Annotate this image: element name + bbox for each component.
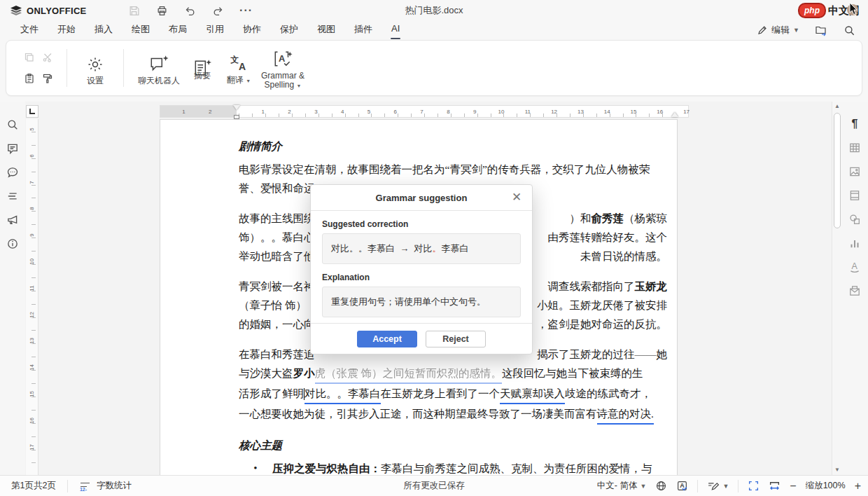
ruler-number: 10	[29, 257, 35, 267]
headings-icon[interactable]	[6, 189, 20, 203]
grammar-spelling-button[interactable]: A Grammar &Spelling ▼	[257, 46, 309, 90]
zoom-in-button[interactable]: +	[855, 480, 861, 492]
header-footer-settings-icon[interactable]	[848, 188, 862, 202]
first-line-indent-marker[interactable]	[233, 105, 240, 110]
reject-button[interactable]: Reject	[426, 331, 486, 347]
chevron-down-icon: ▼	[793, 27, 799, 34]
ruler-number: 8	[29, 204, 35, 214]
tab-开始[interactable]: 开始	[57, 21, 76, 39]
ruler-number: 16	[29, 415, 35, 425]
paragraph-settings-icon[interactable]: ¶	[848, 117, 862, 131]
spellcheck-icon[interactable]: A	[676, 480, 688, 492]
scroll-up-icon[interactable]: ▲	[832, 102, 842, 111]
zoom-level[interactable]: 缩放100%	[806, 480, 846, 492]
summarize-button[interactable]: 摘要	[184, 55, 220, 81]
chatbot-button[interactable]: 聊天机器人	[134, 51, 184, 85]
doc-line[interactable]: 一心想要收她为徒，引其步入正途，而这种期望最终导致了一场凄美而富有诗意的对决.	[239, 404, 667, 425]
fit-width-button[interactable]	[769, 480, 780, 492]
open-file-location-button[interactable]	[815, 25, 828, 36]
doc-line[interactable]: 活形成了鲜明对比。。李慕白在玉娇龙身上看到了一个天赋禀却误入歧途的练武奇才，	[239, 384, 667, 404]
tab-协作[interactable]: 协作	[242, 21, 262, 39]
tab-保护[interactable]: 保护	[279, 21, 299, 39]
chart-settings-icon[interactable]	[848, 236, 862, 250]
translate-button[interactable]: 文 A 翻译 ▼	[220, 50, 257, 85]
word-count-button[interactable]: 12- 字数统计	[68, 480, 143, 492]
copy-button[interactable]	[24, 52, 35, 63]
tab-文件[interactable]: 文件	[20, 21, 39, 39]
grammar-issue-text[interactable]: 诗意的对决.	[597, 404, 654, 425]
ruler-number: 14	[603, 109, 611, 115]
ruler-number: 2	[206, 109, 214, 115]
corrected-punctuation: 。	[432, 243, 441, 254]
tab-stop-selector[interactable]	[26, 105, 38, 118]
more-actions-button[interactable]: ···	[239, 4, 253, 18]
scrollbar-thumb[interactable]	[834, 113, 841, 228]
right-indent-marker[interactable]	[671, 112, 678, 117]
comments-icon[interactable]	[6, 142, 20, 156]
doc-text: 故事的主线围绕	[239, 209, 315, 228]
tab-AI[interactable]: AI	[391, 21, 400, 39]
accept-button[interactable]: Accept	[357, 331, 417, 347]
edit-mode-dropdown[interactable]: 编辑 ▼	[757, 24, 799, 36]
vertical-scrollbar[interactable]: ▲ ▼	[832, 102, 841, 475]
doc-text: 活形成了鲜明	[239, 384, 304, 404]
vertical-ruler[interactable]: 567891011121314151617	[26, 119, 38, 475]
cut-button[interactable]	[42, 52, 53, 63]
doc-text: 未曾日说的情感。	[580, 247, 667, 266]
grammar-issue-text[interactable]: 对比。。李慕白	[304, 384, 381, 404]
document-language-icon[interactable]	[655, 480, 667, 492]
editor-workspace: 567891011121314151617 211234567891011121…	[0, 102, 868, 475]
feedback-icon[interactable]	[6, 213, 20, 227]
tab-视图[interactable]: 视图	[316, 21, 336, 39]
svg-text:A: A	[852, 261, 858, 271]
grammar-issue-text[interactable]: 虎（张震 饰）之间短暂而炽烈的感情。	[315, 364, 502, 384]
format-painter-button[interactable]	[42, 73, 53, 84]
suggested-correction-value: 对比。。李慕白 → 对比。李慕白	[322, 233, 521, 264]
paste-button[interactable]	[24, 73, 35, 84]
doc-text: 调查线索都指向了	[548, 277, 635, 296]
ruler-number: 3	[312, 109, 320, 115]
scroll-down-icon[interactable]: ▼	[832, 465, 842, 475]
ruler-number: 10	[497, 109, 505, 115]
find-icon[interactable]	[6, 118, 20, 132]
save-button[interactable]	[127, 4, 141, 18]
horizontal-ruler[interactable]: 211234567891011121314151617	[160, 105, 689, 118]
doc-line[interactable]: 电影背景设定在清朝，故事围绕着一把名为“青冥剑”的传奇兵器，交织了九位人物被荣	[239, 160, 667, 179]
status-bar: 第1页共2页 12- 字数统计 所有更改已保存 中文- 简体▼ A ▼	[0, 475, 868, 496]
shape-settings-icon[interactable]	[848, 212, 862, 226]
ai-settings-button[interactable]: 设置	[77, 51, 113, 85]
close-icon[interactable]: ✕	[510, 191, 524, 205]
image-settings-icon[interactable]	[848, 165, 862, 179]
tab-引用[interactable]: 引用	[205, 21, 225, 39]
text-art-settings-icon[interactable]: A	[848, 260, 862, 274]
suggested-correction-label: Suggested correction	[322, 219, 521, 229]
zoom-out-button[interactable]: −	[790, 480, 796, 492]
doc-line[interactable]: 压抑之爱与炽热自由：李慕白与俞秀莲之间成熟、克制、为责任所困的爱情，与	[272, 459, 667, 475]
tab-布局[interactable]: 布局	[168, 21, 188, 39]
doc-heading[interactable]: 核心主题	[239, 436, 667, 455]
tab-插入[interactable]: 插入	[94, 21, 113, 39]
tab-插件[interactable]: 插件	[354, 21, 373, 39]
doc-text: 歧途的练武奇才，	[565, 384, 652, 404]
page-indicator[interactable]: 第1页共2页	[0, 480, 67, 492]
print-button[interactable]	[155, 4, 169, 18]
language-selector[interactable]: 中文- 简体▼	[597, 480, 647, 492]
undo-button[interactable]	[183, 4, 197, 18]
grammar-issue-text[interactable]: 天赋禀却误入	[500, 384, 565, 404]
pencil-icon	[757, 25, 768, 36]
ruler-number: 13	[29, 336, 35, 346]
search-button[interactable]	[844, 25, 855, 36]
redo-button[interactable]	[211, 4, 225, 18]
chat-icon[interactable]	[6, 165, 20, 179]
about-icon[interactable]	[6, 237, 20, 251]
explanation-value: 重复使用句号；请使用单个中文句号。	[322, 287, 521, 317]
doc-bullet-item: •压抑之爱与炽热自由：李慕白与俞秀莲之间成熟、克制、为责任所困的爱情，与玉娇龙和…	[239, 459, 667, 475]
doc-heading[interactable]: 剧情简介	[239, 137, 667, 156]
mail-merge-icon[interactable]	[848, 284, 862, 298]
fit-page-button[interactable]	[748, 480, 760, 492]
track-changes-button[interactable]: ▼	[707, 480, 729, 492]
table-settings-icon[interactable]	[848, 141, 862, 155]
doc-line[interactable]: 与沙漠大盗罗小虎（张震 饰）之间短暂而炽烈的感情。这段回忆与她当下被束缚的生	[239, 364, 667, 384]
tab-绘图[interactable]: 绘图	[131, 21, 150, 39]
doc-text: 举动也暗含了他	[239, 247, 315, 266]
